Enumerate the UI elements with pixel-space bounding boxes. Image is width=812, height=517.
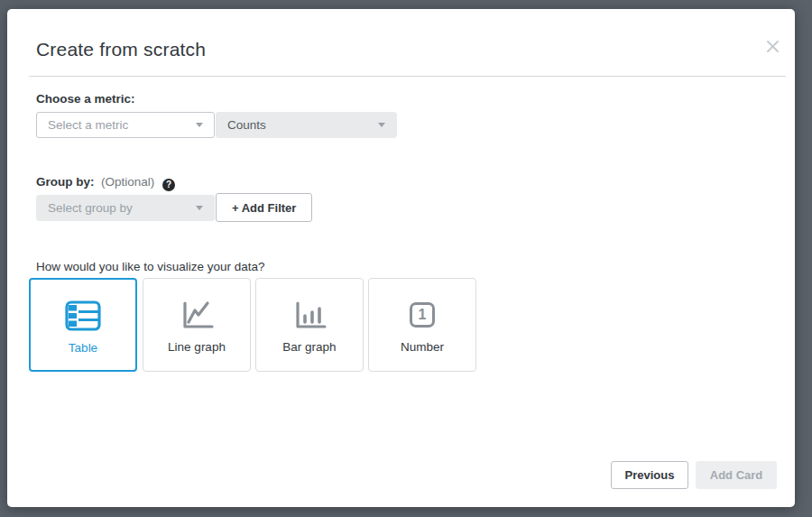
add-filter-button[interactable]: + Add Filter xyxy=(216,193,312,222)
number-icon: 1 xyxy=(410,297,435,333)
metric-select[interactable]: Select a metric xyxy=(36,112,215,138)
viz-option-line-graph[interactable]: Line graph xyxy=(143,278,251,372)
create-from-scratch-modal: Create from scratch Choose a metric: Sel… xyxy=(7,9,795,507)
modal-title: Create from scratch xyxy=(36,39,206,60)
group-by-select-placeholder: Select group by xyxy=(48,201,133,215)
viz-option-label: Number xyxy=(401,340,444,354)
close-icon[interactable] xyxy=(761,34,784,58)
viz-option-label: Table xyxy=(69,341,97,355)
viz-option-number[interactable]: 1 Number xyxy=(368,278,476,372)
viz-option-table[interactable]: Table xyxy=(29,278,137,372)
help-icon[interactable]: ? xyxy=(162,179,175,191)
table-icon xyxy=(64,298,102,334)
add-card-button[interactable]: Add Card xyxy=(696,461,777,489)
close-x-glyph xyxy=(766,40,780,53)
chevron-down-icon xyxy=(378,123,385,127)
metric-select-placeholder: Select a metric xyxy=(48,118,128,132)
visualize-question-label: How would you like to visualize your dat… xyxy=(36,260,265,273)
number-one-glyph: 1 xyxy=(410,302,435,328)
viz-option-label: Line graph xyxy=(168,340,226,354)
group-by-label-text: Group by: xyxy=(36,175,95,189)
previous-button[interactable]: Previous xyxy=(611,461,688,489)
group-by-select[interactable]: Select group by xyxy=(36,195,215,221)
header-divider xyxy=(29,76,786,77)
chevron-down-icon xyxy=(196,206,203,210)
aggregation-select[interactable]: Counts xyxy=(216,112,397,138)
chevron-down-icon xyxy=(196,123,203,127)
line-graph-icon xyxy=(179,297,215,333)
aggregation-select-value: Counts xyxy=(227,118,266,132)
choose-metric-label: Choose a metric: xyxy=(36,92,135,106)
bar-graph-icon xyxy=(291,297,328,333)
viz-option-bar-graph[interactable]: Bar graph xyxy=(255,278,364,372)
modal-overlay: Create from scratch Choose a metric: Sel… xyxy=(0,0,812,517)
group-by-optional-text: (Optional) xyxy=(97,175,154,189)
group-by-label: Group by: (Optional) ? xyxy=(36,175,175,191)
viz-option-label: Bar graph xyxy=(282,340,336,354)
